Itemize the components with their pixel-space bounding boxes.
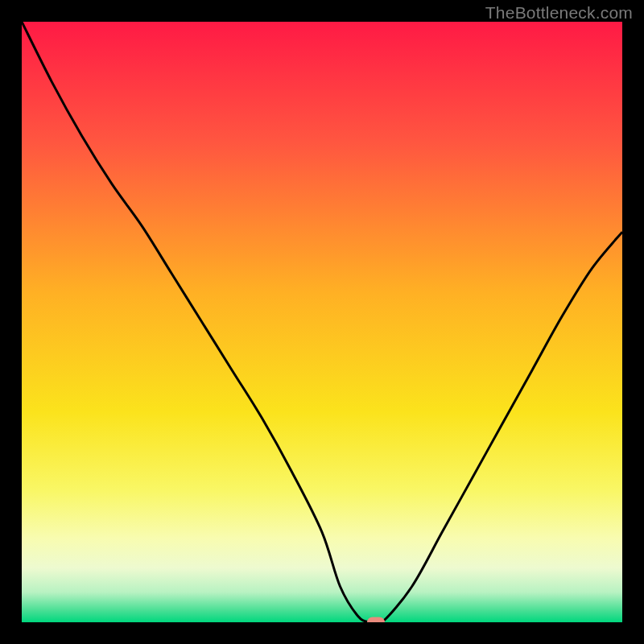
plot-area (22, 22, 622, 622)
optimal-point-marker (367, 617, 385, 623)
chart-frame: TheBottleneck.com (0, 0, 644, 644)
bottleneck-curve (22, 22, 622, 622)
watermark-text: TheBottleneck.com (485, 3, 633, 23)
